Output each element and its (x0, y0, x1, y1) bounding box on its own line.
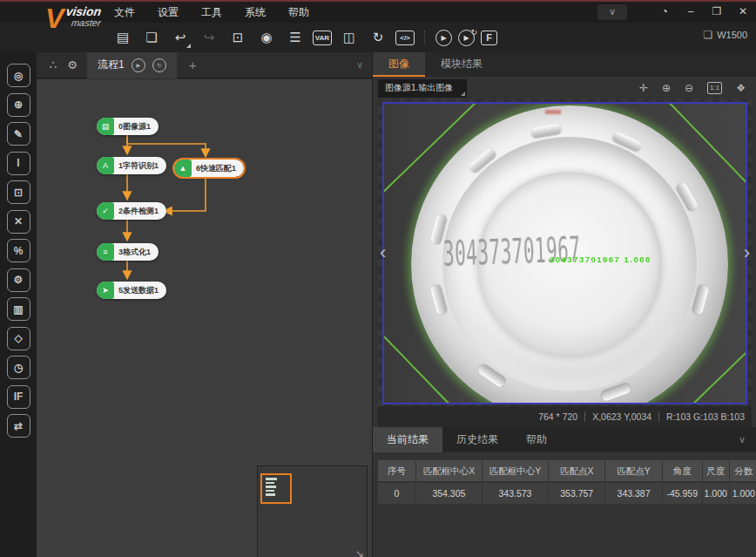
minimap-node (266, 478, 277, 480)
table-row[interactable]: 0354.305343.573353.757343.387-45.9591.00… (378, 483, 752, 504)
zoom-in-icon[interactable]: ⊕ (662, 82, 671, 94)
menu-item-工具[interactable]: 工具 (190, 2, 233, 23)
image-compare-icon[interactable]: ◫ (338, 27, 361, 48)
flow-node[interactable]: ▲6快速匹配1 (174, 160, 244, 177)
table-cell: 343.387 (605, 483, 661, 504)
variable-icon[interactable]: VAR (313, 31, 332, 45)
if-logic-icon[interactable]: IF (7, 385, 30, 409)
next-image-arrow[interactable]: › (744, 244, 750, 262)
roi-rectangle: 304373701967 304373701967 1.000 (382, 102, 747, 404)
score-percent-icon[interactable]: % (7, 239, 30, 262)
flow-canvas[interactable]: ↘ ▤0图像源1A1字符识别1▲6快速匹配1✓2条件检测1≡3格式化1➤5发送数… (37, 79, 372, 557)
table-cell: 354.305 (416, 483, 482, 504)
actual-size-icon[interactable]: 1:1 (707, 82, 722, 94)
snapshot-save-icon[interactable]: ⊡ (226, 27, 249, 48)
performance-icon[interactable]: ◔ (658, 2, 671, 21)
table-cell: 353.757 (549, 483, 604, 504)
cap-notch (430, 284, 447, 316)
flow-tab[interactable]: 流程1 ▶ ↻ (87, 52, 177, 78)
menu-item-设置[interactable]: 设置 (146, 2, 190, 23)
workspace-switcher[interactable]: ❏ W1500 (703, 29, 747, 41)
flow-node[interactable]: ▤0图像源1 (97, 118, 159, 135)
workspace-folder-icon: ❏ (703, 29, 712, 41)
run-once-icon[interactable]: ▶ (435, 30, 452, 46)
panel-layout-icon[interactable]: ☰ (284, 27, 307, 48)
prev-image-arrow[interactable]: ‹ (380, 244, 386, 262)
image-settings-icon[interactable]: ⚙ (7, 268, 30, 292)
menu-item-帮助[interactable]: 帮助 (277, 2, 321, 23)
flow-node[interactable]: ≡3格式化1 (97, 243, 159, 261)
color-fill-icon[interactable]: ◇ (7, 327, 30, 350)
column-header: 序号 (378, 460, 415, 481)
cap-notch (530, 123, 561, 138)
pan-icon[interactable]: ✛ (639, 82, 648, 94)
position-target-icon[interactable]: ⊕ (7, 93, 30, 117)
restore-button[interactable]: ❐ (711, 2, 723, 21)
cap-notch (676, 181, 699, 212)
minimize-button[interactable]: – (685, 2, 697, 21)
open-folder-icon[interactable]: ❏ (140, 27, 163, 48)
tab-图像[interactable]: 图像 (373, 52, 425, 77)
measure-scatter-icon[interactable]: ✕ (7, 210, 30, 234)
ocr-text-icon[interactable]: I (7, 152, 30, 175)
minimap-resize-icon[interactable]: ↘ (355, 547, 364, 557)
image-source-selector[interactable]: 图像源1.输出图像 (378, 79, 467, 98)
tab-历史结果[interactable]: 历史结果 (442, 427, 512, 452)
fit-view-icon[interactable]: ❖ (736, 82, 746, 94)
column-header: 匹配点X (549, 460, 604, 481)
table-cell: -45.959 (663, 483, 702, 504)
menu-bar: 文件设置工具系统帮助 (103, 2, 321, 23)
save-icon[interactable]: ▤ (111, 27, 134, 48)
node-label: 5发送数据1 (114, 285, 166, 296)
minimap-node (266, 490, 274, 492)
image-toolbar: 图像源1.输出图像 ✛⊕⊖1:1❖ (373, 77, 756, 99)
minimap-viewport[interactable] (260, 473, 292, 504)
redo-icon[interactable]: ↪ (198, 27, 220, 48)
cap-notch (692, 284, 709, 316)
timer-camera-icon[interactable]: ◷ (7, 356, 30, 379)
red-annotation-mark (545, 110, 561, 114)
tab-当前结果[interactable]: 当前结果 (373, 427, 442, 452)
camera-icon[interactable]: ◉ (255, 27, 278, 48)
flow-node[interactable]: ✓2条件检测1 (97, 202, 166, 220)
node-type-icon: ≡ (97, 243, 114, 261)
add-flow-button[interactable]: + (189, 58, 197, 72)
frame-trigger-icon[interactable]: F (481, 31, 497, 45)
flow-chevron-down-icon[interactable]: ∨ (356, 59, 363, 71)
tab-模块结果[interactable]: 模块结果 (425, 52, 498, 77)
image-viewer[interactable]: 304373701967 304373701967 1.000 ‹ › (378, 99, 752, 406)
run-loop-flow-icon[interactable]: ↻ (152, 58, 166, 72)
flow-node[interactable]: ➤5发送数据1 (97, 282, 166, 299)
undo-icon[interactable]: ↩ (169, 27, 192, 48)
close-button[interactable]: ✕ (737, 2, 749, 21)
focus-locate-icon[interactable]: ⊡ (7, 180, 30, 204)
result-table-body: 0354.305343.573353.757343.387-45.9591.00… (378, 483, 752, 504)
titlebar-chevron-down-icon[interactable]: ∨ (597, 4, 627, 20)
node-label: 1字符识别1 (114, 160, 166, 172)
camera-source-icon[interactable]: ◎ (7, 64, 30, 87)
column-header: 匹配点Y (605, 460, 661, 481)
global-refresh-icon[interactable]: ↻ (367, 27, 389, 48)
table-cell: 1.000 (730, 483, 756, 504)
histogram-icon[interactable]: ▥ (7, 297, 30, 321)
column-header: 分数 (730, 460, 756, 481)
zoom-out-icon[interactable]: ⊖ (685, 82, 693, 94)
results-chevron-down-icon[interactable]: ∨ (739, 427, 746, 452)
menu-item-文件[interactable]: 文件 (103, 2, 146, 23)
data-transfer-icon[interactable]: ⇄ (7, 414, 30, 438)
flow-node[interactable]: A1字符识别1 (97, 157, 166, 174)
run-once-flow-icon[interactable]: ▶ (132, 58, 145, 72)
logo-text: vision master (64, 5, 104, 28)
script-editor-icon[interactable]: </> (395, 31, 415, 45)
menu-item-系统[interactable]: 系统 (233, 2, 277, 23)
setup-wrench-icon[interactable]: ⚙ (63, 58, 82, 71)
toolbar-separator (424, 31, 426, 44)
flow-list-icon[interactable]: ∴ (44, 58, 63, 71)
window-controls: ◔–❐✕ (658, 2, 749, 21)
run-continuous-icon[interactable]: ▶ (458, 30, 475, 46)
image-edit-icon[interactable]: ✎ (7, 122, 30, 146)
tab-帮助[interactable]: 帮助 (512, 427, 561, 452)
minimap-node (266, 486, 276, 488)
canvas-minimap[interactable]: ↘ (257, 465, 368, 557)
flow-topbar: ∴⚙ 流程1 ▶ ↻ + ∨ (37, 52, 372, 78)
